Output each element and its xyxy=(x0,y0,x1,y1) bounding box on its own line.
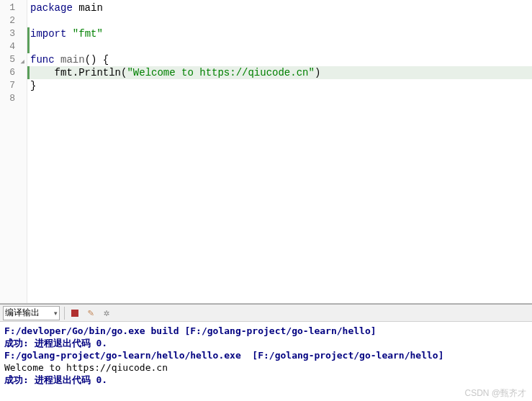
line-number: 3 xyxy=(0,27,25,40)
token-plain xyxy=(66,28,72,40)
separator xyxy=(64,307,65,320)
gear-icon: ✲ xyxy=(104,307,109,319)
watermark: CSDN @甄齐才 xyxy=(464,387,526,400)
console-line: F:/golang-project/go-learn/hello/hello.e… xyxy=(4,349,528,361)
line-number: 2 xyxy=(0,14,25,27)
token-str: "Welcome to https://qiucode.cn" xyxy=(127,67,314,78)
line-gutter: 12345◢678 xyxy=(0,0,27,303)
console-line: F:/devloper/Go/bin/go.exe build [F:/gola… xyxy=(4,325,528,337)
token-str: "fmt" xyxy=(73,28,103,40)
line-number: 4 xyxy=(0,40,25,53)
output-toolbar: 编译输出 ▾ ✎ ✲ xyxy=(0,305,532,322)
code-line[interactable] xyxy=(27,40,532,53)
token-plain: () { xyxy=(85,54,109,66)
console-output[interactable]: F:/devloper/Go/bin/go.exe build [F:/gola… xyxy=(0,322,532,401)
code-line[interactable]: } xyxy=(30,79,532,92)
token-kw: func xyxy=(30,54,55,66)
line-number: 7 xyxy=(0,79,25,92)
code-line[interactable]: func main() { xyxy=(30,53,532,66)
stop-button[interactable] xyxy=(69,307,81,319)
console-line: Welcome to https://qiucode.cn xyxy=(4,361,528,374)
line-number: 6 xyxy=(0,66,25,79)
line-number: 8 xyxy=(0,92,25,105)
token-plain: } xyxy=(30,80,36,91)
token-kw: import xyxy=(30,28,66,40)
token-fn: main xyxy=(60,54,85,66)
code-line[interactable] xyxy=(30,92,532,105)
code-editor[interactable]: 12345◢678 package mainimport "fmt"func m… xyxy=(0,0,532,304)
token-plain: ) xyxy=(315,67,320,78)
clear-button[interactable]: ✎ xyxy=(85,307,96,319)
chevron-down-icon: ▾ xyxy=(54,310,58,317)
token-kw: package xyxy=(30,2,73,14)
code-line[interactable]: package main xyxy=(30,1,532,14)
token-plain: fmt.Println( xyxy=(30,67,127,78)
code-area[interactable]: package mainimport "fmt"func main() { fm… xyxy=(27,0,532,303)
stop-icon xyxy=(71,310,78,317)
code-line[interactable]: import "fmt" xyxy=(27,27,532,40)
output-panel: 编译输出 ▾ ✎ ✲ F:/devloper/Go/bin/go.exe bui… xyxy=(0,304,532,401)
console-line: 成功: 进程退出代码 0. xyxy=(4,337,528,349)
clear-icon: ✎ xyxy=(88,307,94,319)
line-number: 1 xyxy=(0,1,25,14)
dropdown-label: 编译输出 xyxy=(5,307,40,319)
line-number: 5◢ xyxy=(0,53,25,66)
console-line: 成功: 进程退出代码 0. xyxy=(4,374,528,386)
code-line[interactable] xyxy=(30,14,532,27)
token-plain xyxy=(55,54,60,66)
output-mode-dropdown[interactable]: 编译输出 ▾ xyxy=(3,306,60,320)
settings-button[interactable]: ✲ xyxy=(101,307,112,319)
token-plain: main xyxy=(73,2,103,14)
code-line[interactable]: fmt.Println("Welcome to https://qiucode.… xyxy=(27,66,532,79)
